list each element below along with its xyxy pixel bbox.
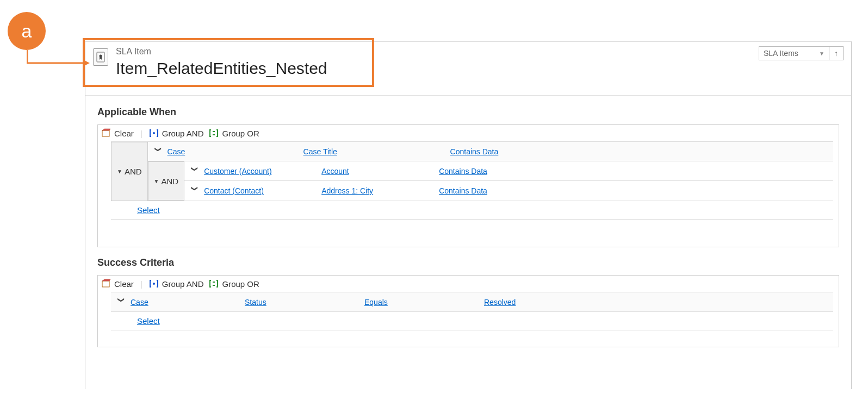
arrow-up-icon: ↑ (834, 49, 838, 58)
condition-row: ❯ Case Status Equals Resolved (111, 292, 833, 312)
group-and-icon (149, 128, 159, 138)
applicable-when-toolbar: Clear | Group AND Group OR (98, 125, 839, 141)
success-criteria-toolbar: Clear | Group AND Group OR (98, 276, 839, 292)
caret-down-icon: ▼ (117, 168, 122, 174)
header-texts: SLA Item Item_RelatedEntities_Nested (116, 46, 759, 79)
clear-label: Clear (114, 129, 134, 138)
chevron-down-icon[interactable]: ❯ (154, 147, 162, 157)
section-title-applicable: Applicable When (97, 107, 839, 118)
condition-row: ❯ Customer (Account) Account Contains Da… (184, 161, 833, 181)
applicable-when-conditions: ▼ AND ❯ Case Case Title Contains Data (111, 141, 833, 220)
entity-link[interactable]: Case (131, 298, 148, 307)
success-criteria-box: Clear | Group AND Group OR (97, 275, 839, 347)
and-label: AND (161, 177, 178, 186)
nav-select[interactable]: SLA Items ▼ (759, 46, 829, 60)
chevron-down-icon[interactable]: ❯ (191, 166, 199, 176)
group-or-icon (209, 128, 219, 138)
applicable-when-box: Clear | Group AND Group OR (97, 124, 839, 247)
caret-down-icon: ▼ (819, 51, 824, 57)
caret-down-icon: ▼ (154, 178, 159, 184)
content-area: Applicable When Clear | Group AND (85, 95, 851, 373)
svg-rect-8 (213, 282, 215, 283)
svg-rect-6 (102, 281, 109, 287)
inner-and-operator[interactable]: ▼ AND (148, 161, 185, 201)
operator-link[interactable]: Contains Data (439, 186, 487, 195)
svg-point-7 (153, 283, 155, 285)
group-or-button[interactable]: Group OR (209, 279, 259, 289)
svg-point-1 (100, 55, 102, 58)
field-link[interactable]: Status (245, 298, 266, 307)
chevron-down-icon[interactable]: ❯ (117, 297, 125, 307)
outer-and-operator[interactable]: ▼ AND (111, 142, 148, 201)
chevron-down-icon[interactable]: ❯ (191, 186, 199, 196)
group-and-button[interactable]: Group AND (149, 279, 204, 289)
condition-row: ❯ Contact (Contact) Address 1: City Cont… (184, 181, 833, 201)
callout-badge: a (8, 12, 46, 50)
callout-label: a (22, 21, 32, 42)
clear-label: Clear (114, 279, 134, 289)
select-link[interactable]: Select (137, 316, 160, 326)
group-or-label: Group OR (222, 129, 259, 138)
group-and-label: Group AND (162, 129, 204, 138)
svg-rect-9 (213, 285, 215, 286)
select-link[interactable]: Select (137, 205, 160, 215)
main-panel: SLA Item Item_RelatedEntities_Nested SLA… (85, 41, 852, 389)
and-label: AND (125, 167, 142, 176)
operator-link[interactable]: Contains Data (439, 167, 487, 176)
operator-link[interactable]: Contains Data (450, 147, 499, 156)
value-link[interactable]: Resolved (484, 298, 516, 307)
operator-link[interactable]: Equals (364, 298, 388, 307)
sla-item-icon (93, 48, 108, 66)
svg-rect-4 (213, 131, 215, 132)
svg-rect-5 (213, 134, 215, 135)
group-or-icon (209, 279, 219, 289)
field-link[interactable]: Address 1: City (321, 186, 373, 195)
entity-link[interactable]: Case (168, 147, 185, 156)
entity-link[interactable]: Contact (Contact) (204, 186, 264, 195)
condition-row: ❯ Case Case Title Contains Data (148, 142, 833, 161)
entity-link[interactable]: Customer (Account) (204, 167, 271, 176)
select-row: Select (111, 312, 833, 330)
field-link[interactable]: Case Title (303, 147, 337, 156)
group-and-button[interactable]: Group AND (149, 128, 204, 138)
callout-arrow (27, 50, 92, 72)
svg-rect-2 (102, 130, 109, 136)
entity-type-label: SLA Item (116, 46, 759, 57)
group-or-button[interactable]: Group OR (209, 128, 259, 138)
toolbar-separator: | (140, 279, 142, 289)
nav-select-label: SLA Items (764, 49, 798, 58)
group-and-icon (149, 279, 159, 289)
svg-point-3 (153, 132, 155, 134)
clear-button[interactable]: Clear (101, 128, 134, 138)
header-row: SLA Item Item_RelatedEntities_Nested SLA… (85, 42, 851, 95)
nav-up-button[interactable]: ↑ (829, 46, 844, 60)
toolbar-separator: | (140, 129, 142, 138)
select-row: Select (111, 201, 833, 220)
page-title: Item_RelatedEntities_Nested (116, 58, 759, 79)
field-link[interactable]: Account (321, 167, 349, 176)
clear-icon (101, 128, 111, 138)
success-criteria-conditions: ❯ Case Status Equals Resolved Select (111, 292, 833, 330)
section-title-success: Success Criteria (97, 257, 839, 268)
clear-icon (101, 279, 111, 289)
group-and-label: Group AND (162, 279, 204, 289)
clear-button[interactable]: Clear (101, 279, 134, 289)
group-or-label: Group OR (222, 279, 259, 289)
header-nav: SLA Items ▼ ↑ (759, 46, 844, 60)
